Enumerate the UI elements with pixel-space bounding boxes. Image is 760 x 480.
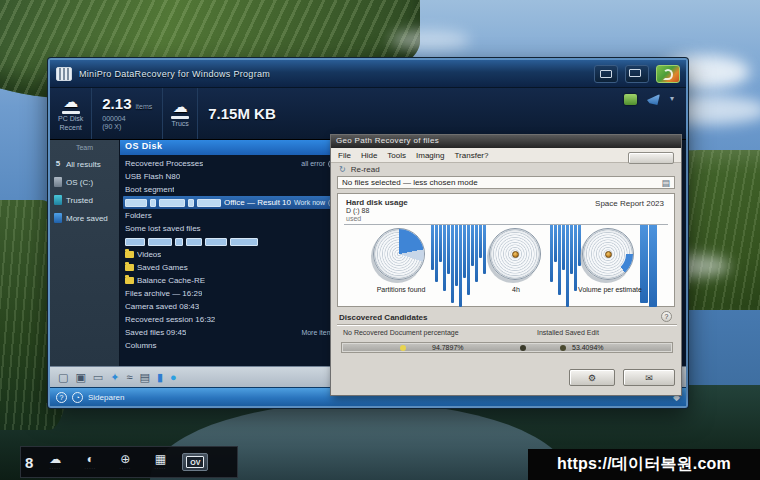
minimize-button[interactable]	[594, 65, 618, 83]
disk-pie-chart-3	[582, 228, 634, 280]
fragment-bar	[554, 225, 557, 262]
row-text: Balance Cache-RE	[137, 276, 205, 285]
page-icon[interactable]: ▤	[661, 178, 670, 188]
menu-item-1[interactable]: Hide	[361, 151, 377, 160]
backup-caption: Trucs	[172, 120, 189, 128]
button-icon[interactable]: ▭	[93, 371, 103, 383]
fragment-bar	[475, 225, 478, 282]
device-caption: PC Disk	[58, 115, 83, 123]
chart-subtitle2: used	[346, 215, 361, 222]
chevron-down-icon[interactable]: ▾	[670, 94, 674, 103]
row-text: USB Flash N80	[125, 172, 180, 181]
row-text: Folders	[125, 211, 152, 220]
file-list-row-13[interactable]: Saved files 09:45More items	[123, 326, 338, 339]
row-text: Saved files 09:45	[125, 328, 186, 337]
toolbar-device-cell[interactable]: ☁ PC Disk Recent	[50, 88, 92, 139]
row-text: Recovered session 16:32	[125, 315, 215, 324]
row-chip	[148, 238, 172, 246]
drop-icon[interactable]: ●	[170, 371, 177, 383]
app-logo-button[interactable]	[656, 65, 680, 83]
sidebar-item-0[interactable]: 5All results	[50, 155, 119, 173]
dialog-top-button[interactable]	[628, 152, 674, 164]
refresh-icon[interactable]: ↻	[339, 165, 346, 174]
start-button[interactable]: 8	[25, 454, 33, 471]
file-list-row-12[interactable]: Recovered session 16:32	[123, 313, 338, 326]
taskbar-item-caption: ·····	[120, 466, 132, 471]
file-list-row-6[interactable]	[123, 235, 338, 248]
send-icon[interactable]	[647, 94, 660, 105]
dialog-title[interactable]: Geo Path Recovery of files	[331, 135, 681, 148]
file-list-row-11[interactable]: Camera saved 08:43	[123, 300, 338, 313]
file-list-row-0[interactable]: Recovered Processesall error	[123, 157, 338, 170]
taskbar-item-files-app[interactable]: ▦·····	[147, 453, 173, 471]
file-list-row-1[interactable]: USB Flash N80	[123, 170, 338, 183]
drive-bar-icon	[62, 111, 80, 114]
globe-icon: ◔	[72, 392, 83, 403]
file-list-row-7[interactable]: Videos	[123, 248, 338, 261]
row-text: Office — Result 10	[224, 198, 291, 207]
fragment-bar	[550, 225, 553, 282]
stat-size: 7.15M KB	[198, 88, 286, 139]
taskbar-item-cloud-app[interactable]: ☁·····	[42, 453, 68, 471]
file-list-row-4[interactable]: Folders	[123, 209, 338, 222]
wave-icon[interactable]: ≈	[126, 371, 132, 383]
sidebar-item-2[interactable]: Trusted	[50, 191, 119, 209]
filter-icon[interactable]	[624, 94, 637, 105]
row-chip	[205, 238, 227, 246]
folder-icon	[125, 251, 134, 258]
file-list-row-3[interactable]: Office — Result 10Work now	[123, 196, 338, 209]
help-icon[interactable]: ?	[56, 392, 67, 403]
stat-found-note: items	[135, 103, 152, 110]
toolbar-backup-cell[interactable]: ☁ Trucs	[163, 88, 198, 139]
spindle-icon	[512, 251, 519, 258]
row-chip	[197, 199, 221, 207]
send-button[interactable]: ✉	[623, 369, 675, 386]
sidebar-header: Team	[50, 144, 119, 151]
dialog-help-button[interactable]: ?	[661, 311, 672, 322]
taskbar-item-globe-app[interactable]: ⊕·····	[112, 453, 138, 471]
maximize-button[interactable]	[625, 65, 649, 83]
fragment-bar	[483, 225, 486, 274]
file-list-row-10[interactable]: Files archive — 16:29	[123, 287, 338, 300]
file-list-row-2[interactable]: Boot segment	[123, 183, 338, 196]
fragment-bars-2	[550, 225, 581, 307]
file-list-row-14[interactable]: Columns	[123, 339, 338, 352]
window-title: MiniPro DataRecovery for Windows Program	[79, 69, 587, 79]
stat-found-value: 2.13	[102, 95, 131, 112]
fragment-bar	[578, 225, 581, 266]
file-list-header[interactable]: OS Disk	[120, 140, 341, 155]
row-chip	[175, 238, 183, 246]
menu-item-2[interactable]: Tools	[387, 151, 406, 160]
taskbar-item-caption: ·····	[155, 466, 167, 471]
sidebar-item-3[interactable]: More saved	[50, 209, 119, 227]
row-text: Files archive — 16:29	[125, 289, 202, 298]
progress-left-label: No Recovered Document percentage	[343, 329, 459, 336]
window-stack-icon[interactable]: ▣	[75, 371, 85, 383]
backup-bar-icon	[171, 116, 189, 119]
row-secondary-text: all error	[301, 160, 325, 167]
titlebar[interactable]: MiniPro DataRecovery for Windows Program	[50, 60, 686, 88]
swirl-icon	[663, 69, 673, 80]
file-list-row-5[interactable]: Some lost saved files	[123, 222, 338, 235]
print-button[interactable]: ⚙	[569, 369, 615, 386]
taskbar-item-media-app[interactable]: ◐·····	[77, 453, 103, 471]
section-label: Discovered Candidates	[339, 313, 427, 322]
menu-item-0[interactable]: File	[338, 151, 351, 160]
dialog-address-bar[interactable]: No files selected — less chosen mode ▤	[337, 176, 675, 189]
fragment-bar	[455, 225, 458, 286]
taskbar-item-caption: ·····	[85, 466, 97, 471]
menu-item-4[interactable]: Transfer?	[455, 151, 489, 160]
drive-icon[interactable]: ▮	[157, 371, 163, 383]
file-list-row-9[interactable]: Balance Cache-RE	[123, 274, 338, 287]
taskbar-item-tv-app[interactable]: OV	[182, 453, 208, 471]
progress-marker	[560, 345, 566, 351]
fragment-bar	[451, 225, 454, 303]
sidebar-item-1[interactable]: OS (C:)	[50, 173, 119, 191]
menu-item-3[interactable]: Imaging	[416, 151, 444, 160]
grid-icon[interactable]: ▤	[139, 371, 149, 383]
row-text: Camera saved 08:43	[125, 302, 199, 311]
recovery-dialog: Geo Path Recovery of files FileHideTools…	[330, 134, 682, 396]
window-icon[interactable]: ▢	[58, 371, 68, 383]
swirl-icon[interactable]: ✦	[110, 371, 119, 383]
file-list-row-8[interactable]: Saved Games	[123, 261, 338, 274]
